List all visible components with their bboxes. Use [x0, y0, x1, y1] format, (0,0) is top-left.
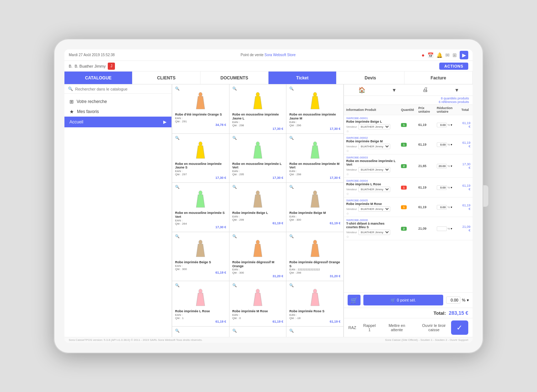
favorite-icon[interactable]: ☆ [346, 129, 349, 133]
reduction-input[interactable] [437, 142, 447, 147]
product-search-icon[interactable]: 🔍 [175, 234, 226, 238]
pos-info: Point de vente Sora Websoft Store [241, 53, 296, 57]
product-card[interactable]: 🔍 Robe imprimée Beige L EAN : Qté : 299 … [229, 183, 287, 232]
product-search-icon[interactable]: 🔍 [175, 87, 226, 90]
home-icon[interactable]: 🏠 [358, 87, 366, 93]
vendor-label: Vendeur [346, 168, 357, 171]
sidebar-item-votre-recherche[interactable]: ⊞ Votre recherche [64, 97, 171, 107]
favorite-icon[interactable]: ☆ [346, 192, 349, 196]
print-icon[interactable]: 🖨 [422, 87, 428, 93]
chevron-down2-icon[interactable]: ▾ [455, 87, 458, 93]
product-card[interactable]: 🔍 Robe en mousseline imprimée S Vert EAN… [172, 183, 229, 232]
product-search-icon[interactable]: 🔍 [232, 87, 284, 90]
product-card[interactable]: 🔍 Robe en mousseline imprimée M Vert EAN… [286, 134, 344, 183]
product-search-icon[interactable]: 🔍 [175, 185, 226, 189]
vendor-select[interactable]: BUATHER Jimmy [358, 144, 390, 149]
right-panel: 🏠 ▾ 🖨 ▾ 8 quantités produits 6 référence… [344, 84, 473, 337]
reduction-input[interactable] [437, 226, 447, 231]
footer-actions: RAZ Rappel 1 Mettre en attente Ouvrir le… [344, 318, 473, 337]
product-card[interactable]: 🔍 Robe imprimée Rose S EAN : Qté : -18 6… [286, 281, 344, 327]
search-input[interactable] [75, 87, 168, 91]
vendor-select[interactable]: BUATHER Jimmy [358, 206, 390, 212]
tab-ticket[interactable]: Ticket [268, 72, 337, 84]
grid-icon[interactable]: ⊞ [453, 52, 457, 58]
product-search-icon[interactable]: 🔍 [289, 329, 340, 333]
order-reduction: % ▾ [435, 197, 459, 217]
hold-button[interactable]: Mettre en attente [383, 323, 411, 332]
favorite-icon[interactable]: ☆ [346, 212, 349, 215]
discount-toggle[interactable]: ▾ [451, 227, 452, 230]
reduction-input[interactable] [437, 205, 447, 210]
product-search-icon[interactable]: 🔍 [232, 329, 284, 333]
discount-toggle[interactable]: ▾ [451, 123, 452, 127]
product-card[interactable]: 🔍 Robe en mousseline imprimée L Vert EAN… [229, 134, 287, 183]
product-card[interactable]: 🔍 T-shirt délavé à manches courtes Bleu … [229, 327, 287, 337]
product-card[interactable]: 🔍 Robe imprimée L Rose EAN : Qté : 1 61,… [172, 281, 229, 327]
product-card[interactable]: 🔍 Robe d'été imprimée Orange S EAN : Qté… [172, 84, 229, 134]
product-card[interactable]: 🔍 T-shirt délavé à manches courtes L Ora… [286, 327, 344, 337]
tab-documents[interactable]: DOCUMENTS [200, 72, 268, 84]
product-card[interactable]: 🔍 Robe imprimée Beige S EAN : Qté : 300 … [172, 232, 229, 281]
vendor-select[interactable]: BUATHER Jimmy [358, 167, 390, 172]
footer-links: Sora Caisse (Site Officiel) - Soutien 1 … [385, 338, 468, 342]
global-discount-input[interactable] [446, 297, 460, 304]
reduction-input[interactable] [437, 123, 447, 127]
product-card[interactable]: 🔍 Robe imprimée M Rose EAN : Qté : 0 61,… [229, 281, 287, 327]
product-search-icon[interactable]: 🔍 [232, 283, 284, 287]
sidebar-item-accueil[interactable]: Accueil ▶ [64, 117, 171, 127]
reduction-input[interactable] [437, 185, 447, 190]
product-search-icon[interactable]: 🔍 [289, 234, 340, 238]
sidebar-item-mes-favoris[interactable]: ★ Mes favoris [64, 107, 171, 117]
bottom-status-bar: Sora CaisseTPOS version: 5.3.8 (API v1.0… [64, 337, 473, 343]
user-icon[interactable]: ▶ [460, 51, 468, 59]
cart-button[interactable]: 🛒 [348, 295, 361, 305]
discount-toggle[interactable]: ▾ [451, 143, 452, 146]
confirm-button[interactable]: ✓ [451, 320, 468, 335]
product-search-icon[interactable]: 🔍 [232, 234, 284, 238]
product-search-icon[interactable]: 🔍 [289, 87, 340, 90]
vendor-select[interactable]: BUATHER Jimmy [358, 230, 390, 235]
alert-icon[interactable]: ● [422, 52, 425, 58]
product-search-icon[interactable]: 🔍 [175, 329, 226, 333]
product-search-icon[interactable]: 🔍 [175, 136, 226, 140]
reduction-input[interactable] [437, 164, 447, 168]
product-search-icon[interactable]: 🔍 [289, 185, 340, 189]
order-total: 61,19 € [459, 178, 473, 197]
actions-button[interactable]: ACTIONS [439, 63, 468, 70]
product-card[interactable]: 🔍 Robe en mousseline imprimée Jaune L EA… [229, 84, 287, 134]
chevron-down-icon[interactable]: ▾ [393, 87, 396, 93]
favorite-icon[interactable]: ☆ [346, 235, 349, 239]
email-icon[interactable]: ✉ [445, 52, 450, 58]
product-name: Robe imprimée Beige M [289, 211, 340, 215]
product-card[interactable]: 🔍 Robe imprimée Beige M EAN : Qté : 300 … [286, 183, 344, 232]
vendor-select[interactable]: BUATHER Jimmy [358, 124, 390, 129]
rappel-button[interactable]: Rappel 1 [362, 323, 377, 332]
discount-toggle[interactable]: ▾ [451, 165, 452, 168]
product-card[interactable]: 🔍 T-shirt délavé à manches courtes Bleu … [172, 327, 229, 337]
raz-button[interactable]: RAZ [348, 325, 356, 330]
product-search-icon[interactable]: 🔍 [232, 185, 284, 189]
bell-icon[interactable]: 🔔 [436, 52, 442, 58]
tab-devis[interactable]: Devis [337, 72, 405, 84]
calendar-icon[interactable]: 📅 [427, 52, 434, 58]
drawer-button[interactable]: Ouvrir le tiroir caisse [417, 323, 451, 332]
product-card[interactable]: 🔍 Robe en mousseline imprimée Jaune S EA… [172, 134, 229, 183]
tab-facture[interactable]: Facture [405, 72, 473, 84]
pos-link[interactable]: Sora Websoft Store [265, 53, 296, 57]
tab-clients[interactable]: CLIENTS [132, 72, 200, 84]
product-card[interactable]: 🔍 Robe en mousseline imprimée Jaune M EA… [286, 84, 344, 134]
discount-arrow[interactable]: ▾ [467, 298, 469, 303]
product-search-icon[interactable]: 🔍 [232, 136, 284, 140]
tab-catalogue[interactable]: CATALOGUE [64, 72, 132, 84]
vendor-select[interactable]: BUATHER Jimmy [358, 187, 390, 192]
product-search-icon[interactable]: 🔍 [289, 136, 340, 140]
product-card[interactable]: 🔍 Robe imprimée dégressif M Orange EAN :… [229, 232, 287, 281]
favorite-icon[interactable]: ☆ [346, 149, 349, 153]
product-search-icon[interactable]: 🔍 [175, 283, 226, 287]
points-button[interactable]: 🛒 0 point sél. [363, 295, 443, 305]
discount-toggle[interactable]: ▾ [451, 186, 452, 189]
discount-toggle[interactable]: ▾ [451, 206, 452, 209]
product-card[interactable]: 🔍 Robe imprimée dégressif Orange S EAN :… [286, 232, 344, 281]
product-search-icon[interactable]: 🔍 [289, 283, 340, 287]
favorite-icon[interactable]: ☆ [346, 172, 349, 176]
